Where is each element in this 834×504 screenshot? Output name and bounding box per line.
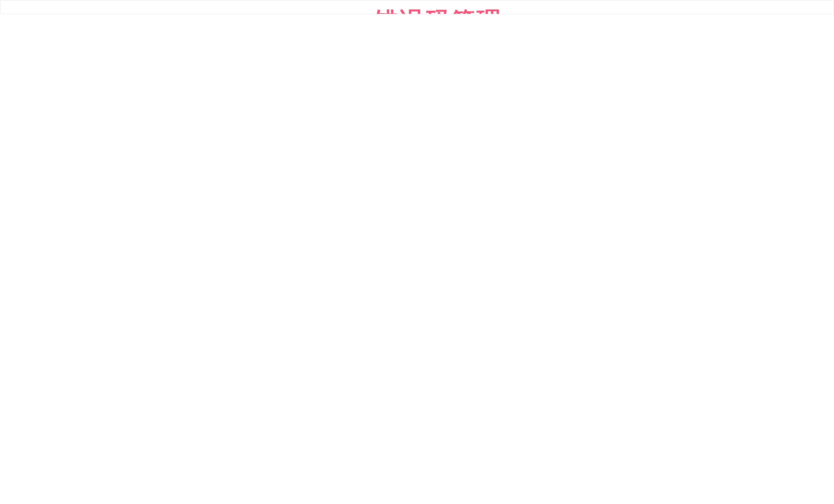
page: 不安全 dashboard.yudao.iocoder.cn/system/er… bbox=[0, 0, 834, 14]
error-code-table: 编号类型应用名错误码编码错误码提示备注创建时间操作 3939手动编辑dashbo… bbox=[0, 0, 834, 14]
cell-hint: 不能删除类型为系统内置的参数配置 bbox=[0, 0, 834, 14]
main-area: 首页 / 系统管理 / 错误码管理 bbox=[0, 0, 834, 14]
page-content: 错误码类型 请选择错误码类型 应用名 错误码编码 bbox=[0, 0, 834, 14]
table-row: 3941自动生成dashboard1001000003不能删除类型为系统内置的参… bbox=[0, 0, 834, 14]
app-shell: 🐰 芋道管理系统 首页系统管理用户管理角色管理菜单管理部门管理岗位管理字典管理通… bbox=[0, 0, 834, 14]
table-body: 3939手动编辑dashboard1001000001参数配置不存在ceshi2… bbox=[0, 0, 834, 14]
